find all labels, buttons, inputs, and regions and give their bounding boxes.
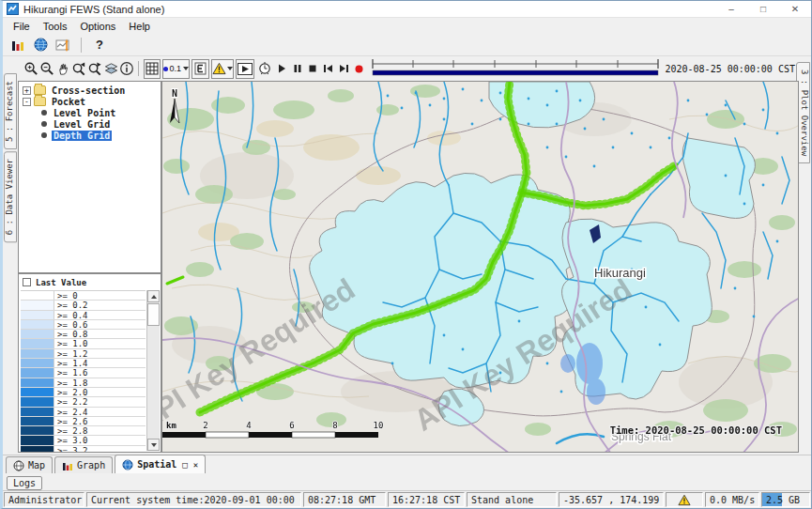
tree-leaf-level-grid[interactable]: Level Grid	[34, 118, 159, 130]
legend-entry[interactable]: >= 2.6	[21, 417, 146, 426]
zoom-in-icon[interactable]	[23, 59, 39, 79]
menu-bar: File Tools Options Help	[3, 18, 811, 34]
map-viewport[interactable]: API Key Required API Key Required Hikura…	[161, 81, 799, 453]
status-system-time: Current system time:2020-09-01 00:00 CST	[86, 492, 301, 507]
legend-entry[interactable]: >= 2.2	[21, 397, 146, 407]
tree-leaf-level-point[interactable]: Level Point	[34, 107, 159, 118]
pan-hand-icon[interactable]	[55, 59, 71, 79]
chevron-down-icon	[183, 67, 189, 70]
legend-entry[interactable]: >= 0.4	[21, 311, 146, 320]
scrollbar-thumb[interactable]	[147, 303, 160, 326]
title-bar: Hikurangi FEWS (Stand alone) – □ ✕	[3, 1, 811, 18]
tree-node-pocket[interactable]: - Pocket	[21, 96, 159, 107]
toolbar-separator	[138, 61, 139, 76]
status-memory: 2.5 GB	[761, 492, 810, 507]
spatial-display-icon[interactable]	[52, 35, 74, 55]
legend-color-swatch	[21, 446, 54, 453]
legend-entry[interactable]: >= 2.0	[21, 388, 146, 397]
zoom-previous-icon[interactable]	[71, 59, 87, 79]
legend-entry[interactable]: >= 1.0	[21, 339, 146, 348]
tab-graph[interactable]: Graph	[54, 456, 113, 473]
legend-color-swatch	[21, 408, 54, 416]
legend-color-swatch	[21, 378, 54, 387]
tab-forecast[interactable]: 5 : Forecast	[4, 73, 17, 149]
stop-button[interactable]	[305, 59, 321, 79]
legend-entry[interactable]: >= 0.6	[21, 320, 146, 330]
movie-player-icon[interactable]	[236, 59, 254, 79]
menu-file[interactable]: File	[7, 20, 37, 33]
close-button[interactable]: ✕	[779, 1, 811, 17]
collapse-icon[interactable]: -	[23, 98, 31, 106]
legend-list: >= 0 >= 0.2 >= 0.4 >= 0.6 >= 0.8 >= 1.0 …	[21, 290, 146, 452]
legend-entry[interactable]: >= 0.2	[21, 301, 146, 310]
map-toolbar: 0.1	[3, 56, 795, 81]
menu-tools[interactable]: Tools	[37, 20, 74, 33]
last-value-checkbox[interactable]	[23, 278, 31, 286]
warning-dropdown[interactable]	[211, 59, 234, 79]
status-local-time: 16:27:18 CST	[388, 492, 465, 507]
legend-entry[interactable]: >= 0.8	[21, 330, 146, 339]
menu-options[interactable]: Options	[73, 20, 122, 33]
pause-button[interactable]	[289, 59, 305, 79]
skip-end-button[interactable]	[336, 59, 352, 79]
svg-text:2: 2	[203, 421, 207, 430]
tab-data-viewer[interactable]: 6 : Data Viewer	[4, 151, 17, 242]
legend-color-swatch	[21, 311, 54, 319]
label-tool-icon[interactable]	[192, 59, 209, 79]
legend-header: Last Value	[19, 274, 161, 288]
zoom-out-icon[interactable]	[39, 59, 55, 79]
scroll-up-icon[interactable]	[147, 290, 160, 302]
minimize-button[interactable]: –	[715, 1, 747, 17]
time-slider[interactable]	[371, 58, 660, 79]
legend-entry[interactable]: >= 1.4	[21, 359, 146, 368]
legend-entry[interactable]: >= 3.2	[21, 446, 146, 453]
grid-display-icon[interactable]	[144, 59, 161, 79]
explorer-barchart-icon[interactable]	[7, 35, 29, 55]
legend-entry[interactable]: >= 3.0	[21, 436, 146, 445]
place-label-hikurangi: Hikurangi	[594, 266, 646, 280]
record-button[interactable]	[352, 59, 366, 79]
legend-entry[interactable]: >= 1.2	[21, 349, 146, 359]
expand-icon[interactable]: +	[23, 86, 31, 95]
main-toolbar: ?	[3, 34, 811, 56]
play-button[interactable]	[274, 59, 290, 79]
legend-color-swatch	[21, 301, 54, 309]
help-button[interactable]: ?	[88, 35, 111, 55]
skip-start-button[interactable]	[320, 59, 336, 79]
legend-title: Last Value	[36, 278, 86, 287]
legend-entry[interactable]: >= 0	[21, 291, 146, 301]
legend-entry[interactable]: >= 2.4	[21, 408, 146, 417]
tab-map[interactable]: Map	[6, 456, 53, 473]
app-logo-icon	[7, 3, 19, 15]
legend-scrollbar[interactable]	[146, 290, 160, 451]
svg-text:km: km	[166, 421, 176, 430]
info-icon[interactable]	[119, 59, 134, 79]
class-break-dropdown[interactable]: 0.1	[162, 59, 190, 79]
status-bar: Administrator Current system time:2020-0…	[3, 490, 811, 508]
legend-entry[interactable]: >= 2.8	[21, 426, 146, 436]
globe-icon	[13, 460, 24, 471]
zoom-next-icon[interactable]	[87, 59, 103, 79]
map-canvas[interactable]: API Key Required API Key Required Hikura…	[162, 82, 799, 453]
maximize-button[interactable]: □	[747, 1, 779, 17]
svg-text:4: 4	[246, 421, 251, 430]
legend-color-swatch	[21, 388, 54, 396]
globe-icon[interactable]	[29, 35, 52, 55]
warning-icon	[678, 494, 691, 506]
tab-close-icon[interactable]: ✕	[193, 460, 198, 470]
legend-entry[interactable]: >= 1.8	[21, 378, 146, 388]
class-break-value: 0.1	[169, 64, 181, 73]
menu-help[interactable]: Help	[122, 20, 157, 33]
layers-icon[interactable]	[103, 59, 119, 79]
status-mode: Stand alone	[467, 492, 557, 507]
tab-spatial[interactable]: Spatial □ ✕	[115, 455, 206, 473]
tree-leaf-depth-grid[interactable]: Depth Grid	[34, 130, 159, 141]
tab-restore-icon[interactable]: □	[182, 460, 187, 470]
scroll-down-icon[interactable]	[147, 439, 160, 451]
animation-timer-icon[interactable]	[255, 59, 274, 79]
status-warning-cell[interactable]	[666, 492, 703, 507]
logs-button[interactable]: Logs	[7, 476, 42, 490]
legend-entry[interactable]: >= 1.6	[21, 368, 146, 378]
map-time-label: Time: 2020-08-25 00:00:00 CST	[610, 424, 782, 436]
legend-color-swatch	[21, 417, 54, 425]
